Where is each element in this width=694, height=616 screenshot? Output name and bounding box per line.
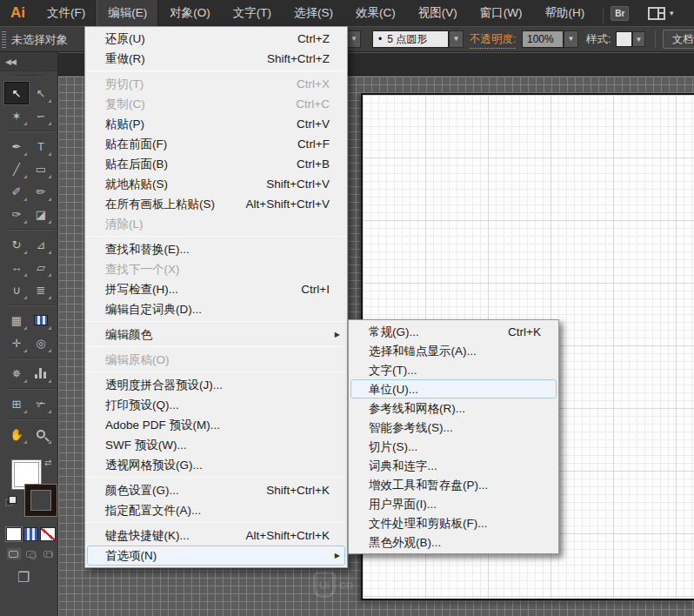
width-tool[interactable]: ↔: [4, 256, 29, 278]
panel-grip[interactable]: [2, 31, 6, 49]
free-transform-tool[interactable]: ▱: [29, 256, 53, 278]
lasso-tool[interactable]: ∽: [29, 104, 53, 127]
opacity-link[interactable]: 不透明度:: [470, 32, 516, 49]
gradient-tool[interactable]: [29, 309, 53, 331]
brush-dropdown-button[interactable]: ▼: [449, 30, 464, 48]
style-dropdown-button[interactable]: ▼: [632, 31, 645, 47]
edit-menu-item[interactable]: 编辑颜色▶: [87, 325, 345, 345]
menubar-item[interactable]: 编辑(E): [97, 0, 158, 26]
screen-mode-button[interactable]: ❐: [17, 569, 57, 586]
menubar-item[interactable]: 视图(V): [407, 0, 469, 26]
edit-menu-item[interactable]: 重做(R)Shift+Ctrl+Z: [87, 49, 345, 69]
preferences-submenu-item[interactable]: 常规(G)...Ctrl+K: [350, 322, 557, 341]
eyedropper-tool[interactable]: ✛: [4, 331, 29, 354]
direct-selection-tool[interactable]: ↖: [29, 82, 53, 104]
menubar-item[interactable]: 窗口(W): [469, 0, 534, 26]
edit-menu-item[interactable]: 拼写检查(H)...Ctrl+I: [87, 279, 345, 299]
mesh-tool[interactable]: ▦: [4, 309, 29, 331]
edit-menu-item[interactable]: 透视网格预设(G)...: [87, 455, 345, 475]
hand-tool[interactable]: ✋: [4, 423, 29, 445]
color-button[interactable]: [6, 527, 22, 541]
menubar-item[interactable]: 帮助(H): [533, 0, 596, 26]
edit-menu-item[interactable]: 打印预设(Q)...: [87, 395, 345, 415]
default-fill-stroke-icon[interactable]: [5, 496, 17, 507]
opacity-dropdown-button[interactable]: ▼: [564, 30, 578, 48]
edit-menu-item[interactable]: 颜色设置(G)...Shift+Ctrl+K: [87, 480, 345, 500]
edit-menu-item[interactable]: 贴在前面(F)Ctrl+F: [87, 134, 345, 154]
edit-menu-item[interactable]: 首选项(N)▶: [87, 546, 345, 566]
menubar-item[interactable]: 效果(C): [344, 0, 407, 26]
preferences-submenu-item[interactable]: 单位(U)...: [350, 379, 557, 398]
scale-tool[interactable]: ⊿: [29, 233, 53, 256]
edit-menu-item[interactable]: 指定配置文件(A)...: [87, 500, 345, 520]
eraser-tool[interactable]: ◪: [29, 203, 53, 225]
artboard-tool[interactable]: ⊞: [4, 392, 29, 415]
brush-definition-combo[interactable]: •5 点圆形: [372, 30, 449, 48]
preferences-submenu-item[interactable]: 文字(T)...: [350, 360, 557, 379]
menu-separator: [86, 477, 346, 478]
preferences-submenu-item[interactable]: 切片(S)...: [350, 437, 557, 456]
preferences-submenu-item[interactable]: 文件处理和剪贴板(F)...: [350, 513, 557, 532]
menubar-item[interactable]: 对象(O): [158, 0, 222, 26]
edit-menu-item[interactable]: 键盘快捷键(K)...Alt+Shift+Ctrl+K: [87, 526, 345, 546]
rotate-tool[interactable]: ↻: [4, 233, 29, 256]
preferences-submenu-item[interactable]: 智能参考线(S)...: [350, 418, 557, 437]
slice-tool[interactable]: ✃: [29, 392, 53, 415]
paintbrush-tool[interactable]: ✐: [4, 180, 29, 203]
workspace-switcher[interactable]: ▼: [648, 7, 675, 20]
edit-menu-item[interactable]: 就地粘贴(S)Shift+Ctrl+V: [87, 174, 345, 194]
edit-menu-item[interactable]: 透明度拼合器预设(J)...: [87, 375, 345, 395]
edit-menu-item[interactable]: Adobe PDF 预设(M)...: [87, 415, 345, 435]
edit-menu-item[interactable]: 清除(L): [87, 214, 345, 234]
selection-tool[interactable]: ↖: [4, 82, 29, 104]
line-segment-tool[interactable]: ╱: [4, 157, 29, 180]
none-button[interactable]: [40, 527, 56, 541]
edit-menu-item[interactable]: 查找下一个(X): [87, 259, 345, 279]
panel-collapse-button[interactable]: ◀◀: [0, 52, 57, 71]
edit-menu-item[interactable]: 粘贴(P)Ctrl+V: [87, 114, 345, 134]
stroke-color-swatch[interactable]: [25, 485, 57, 516]
menubar-item[interactable]: 文字(T): [222, 0, 283, 26]
pencil-tool[interactable]: ✏: [29, 180, 53, 203]
preferences-submenu-item[interactable]: 参考线和网格(R)...: [350, 398, 557, 418]
menubar-item[interactable]: 文件(F): [36, 0, 97, 26]
zoom-tool[interactable]: [29, 423, 53, 445]
rectangle-tool[interactable]: ▭: [29, 157, 53, 180]
edit-menu-item[interactable]: 复制(C)Ctrl+C: [87, 94, 345, 114]
panel-drag-handle[interactable]: ▪▪▪▪▪▪▪▪▪: [0, 71, 57, 82]
edit-menu-item[interactable]: 在所有画板上粘贴(S)Alt+Shift+Ctrl+V: [87, 194, 345, 214]
blob-brush-tool[interactable]: ✑: [4, 203, 29, 225]
preferences-submenu-item[interactable]: 增效工具和暂存盘(P)...: [350, 475, 557, 494]
edit-menu-item[interactable]: 查找和替换(E)...: [87, 239, 345, 259]
opacity-input[interactable]: 100%: [522, 30, 564, 48]
perspective-grid-tool[interactable]: ≣: [29, 278, 53, 301]
symbol-sprayer-tool[interactable]: ✵: [4, 362, 29, 385]
preferences-submenu-item[interactable]: 选择和锚点显示(A)...: [350, 341, 557, 360]
shape-builder-tool[interactable]: ∪: [4, 278, 29, 301]
bridge-button[interactable]: Br: [611, 6, 629, 21]
magic-wand-tool[interactable]: ✶: [4, 104, 29, 127]
draw-inside-button[interactable]: [40, 547, 56, 560]
menubar-item[interactable]: 选择(S): [283, 0, 344, 26]
swap-fill-stroke-icon[interactable]: ⇄: [44, 458, 51, 467]
preferences-submenu-item[interactable]: 黑色外观(B)...: [350, 532, 557, 552]
stroke-dropdown-button[interactable]: ▼: [347, 30, 361, 48]
gradient-button[interactable]: [23, 527, 39, 541]
edit-menu-item[interactable]: 贴在后面(B)Ctrl+B: [87, 154, 345, 174]
preferences-submenu-item[interactable]: 用户界面(I)...: [350, 494, 557, 513]
edit-menu-item[interactable]: 还原(U)Ctrl+Z: [87, 29, 345, 49]
edit-menu-item[interactable]: 剪切(T)Ctrl+X: [87, 74, 345, 94]
document-setup-button[interactable]: 文档设置: [663, 30, 694, 49]
draw-behind-button[interactable]: [23, 547, 39, 560]
edit-menu-item[interactable]: 编辑自定词典(D)...: [87, 299, 345, 319]
column-graph-tool[interactable]: [29, 362, 53, 385]
type-tool[interactable]: T: [29, 135, 53, 157]
gradient-icon: [34, 315, 48, 325]
preferences-submenu-item[interactable]: 词典和连字...: [350, 456, 557, 475]
style-swatch[interactable]: [616, 31, 632, 47]
edit-menu-item[interactable]: SWF 预设(W)...: [87, 435, 345, 455]
draw-normal-button[interactable]: [6, 547, 22, 560]
edit-menu-item[interactable]: 编辑原稿(O): [87, 350, 345, 370]
pen-tool[interactable]: ✒: [4, 135, 29, 157]
blend-tool[interactable]: ◎: [29, 331, 53, 354]
